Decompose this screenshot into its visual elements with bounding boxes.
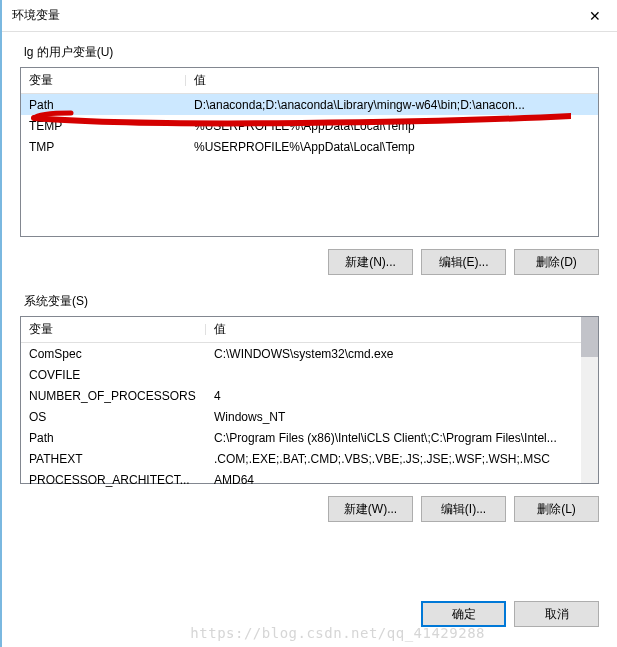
system-vars-header: 变量 值: [21, 317, 598, 343]
cell-name: NUMBER_OF_PROCESSORS: [21, 389, 206, 403]
edit-system-var-button[interactable]: 编辑(I)...: [421, 496, 506, 522]
cell-name: TMP: [21, 140, 186, 154]
col-header-value[interactable]: 值: [186, 72, 598, 89]
list-item[interactable]: PATHEXT .COM;.EXE;.BAT;.CMD;.VBS;.VBE;.J…: [21, 448, 581, 469]
new-system-var-button[interactable]: 新建(W)...: [328, 496, 413, 522]
user-vars-header: 变量 值: [21, 68, 598, 94]
cell-value: D:\anaconda;D:\anaconda\Library\mingw-w6…: [186, 98, 598, 112]
user-vars-buttons: 新建(N)... 编辑(E)... 删除(D): [20, 249, 599, 275]
titlebar: 环境变量 ✕: [2, 0, 617, 32]
cell-name: Path: [21, 431, 206, 445]
system-vars-buttons: 新建(W)... 编辑(I)... 删除(L): [20, 496, 599, 522]
cell-name: COVFILE: [21, 368, 206, 382]
cancel-button[interactable]: 取消: [514, 601, 599, 627]
content-area: lg 的用户变量(U) 变量 值 Path D:\anaconda;D:\ana…: [2, 32, 617, 552]
list-item[interactable]: Path D:\anaconda;D:\anaconda\Library\min…: [21, 94, 598, 115]
scrollbar[interactable]: [581, 317, 598, 483]
system-vars-group: 系统变量(S) 变量 值 ComSpec C:\WINDOWS\system32…: [20, 293, 599, 522]
edit-user-var-button[interactable]: 编辑(E)...: [421, 249, 506, 275]
cell-value: C:\WINDOWS\system32\cmd.exe: [206, 347, 581, 361]
list-item[interactable]: OS Windows_NT: [21, 406, 581, 427]
user-vars-rows: Path D:\anaconda;D:\anaconda\Library\min…: [21, 94, 598, 157]
list-item[interactable]: PROCESSOR_ARCHITECT... AMD64: [21, 469, 581, 490]
list-item[interactable]: TEMP %USERPROFILE%\AppData\Local\Temp: [21, 115, 598, 136]
ok-button[interactable]: 确定: [421, 601, 506, 627]
cell-name: PROCESSOR_ARCHITECT...: [21, 473, 206, 487]
watermark: https://blog.csdn.net/qq_41429288: [190, 625, 485, 641]
cell-name: OS: [21, 410, 206, 424]
cell-name: PATHEXT: [21, 452, 206, 466]
cell-value: AMD64: [206, 473, 581, 487]
window-title: 环境变量: [12, 7, 572, 24]
cell-value: %USERPROFILE%\AppData\Local\Temp: [186, 119, 598, 133]
list-item[interactable]: ComSpec C:\WINDOWS\system32\cmd.exe: [21, 343, 581, 364]
col-header-value[interactable]: 值: [206, 321, 598, 338]
cell-value: %USERPROFILE%\AppData\Local\Temp: [186, 140, 598, 154]
list-item[interactable]: Path C:\Program Files (x86)\Intel\iCLS C…: [21, 427, 581, 448]
cell-value: Windows_NT: [206, 410, 581, 424]
cell-value: C:\Program Files (x86)\Intel\iCLS Client…: [206, 431, 581, 445]
scrollbar-thumb[interactable]: [581, 317, 598, 357]
user-vars-label: lg 的用户变量(U): [20, 44, 599, 61]
user-vars-group: lg 的用户变量(U) 变量 值 Path D:\anaconda;D:\ana…: [20, 44, 599, 275]
list-item[interactable]: NUMBER_OF_PROCESSORS 4: [21, 385, 581, 406]
dialog-buttons: 确定 取消: [421, 601, 599, 627]
list-item[interactable]: TMP %USERPROFILE%\AppData\Local\Temp: [21, 136, 598, 157]
list-item[interactable]: COVFILE: [21, 364, 581, 385]
new-user-var-button[interactable]: 新建(N)...: [328, 249, 413, 275]
cell-value: .COM;.EXE;.BAT;.CMD;.VBS;.VBE;.JS;.JSE;.…: [206, 452, 581, 466]
cell-name: Path: [21, 98, 186, 112]
cell-name: ComSpec: [21, 347, 206, 361]
col-header-name[interactable]: 变量: [21, 72, 186, 89]
delete-system-var-button[interactable]: 删除(L): [514, 496, 599, 522]
cell-value: 4: [206, 389, 581, 403]
system-vars-label: 系统变量(S): [20, 293, 599, 310]
delete-user-var-button[interactable]: 删除(D): [514, 249, 599, 275]
col-header-name[interactable]: 变量: [21, 321, 206, 338]
close-icon[interactable]: ✕: [572, 0, 617, 32]
cell-name: TEMP: [21, 119, 186, 133]
system-vars-listbox[interactable]: 变量 值 ComSpec C:\WINDOWS\system32\cmd.exe…: [20, 316, 599, 484]
system-vars-rows: ComSpec C:\WINDOWS\system32\cmd.exe COVF…: [21, 343, 581, 490]
env-vars-dialog: 环境变量 ✕ lg 的用户变量(U) 变量 值 Path D:\anaconda…: [0, 0, 617, 647]
user-vars-listbox[interactable]: 变量 值 Path D:\anaconda;D:\anaconda\Librar…: [20, 67, 599, 237]
